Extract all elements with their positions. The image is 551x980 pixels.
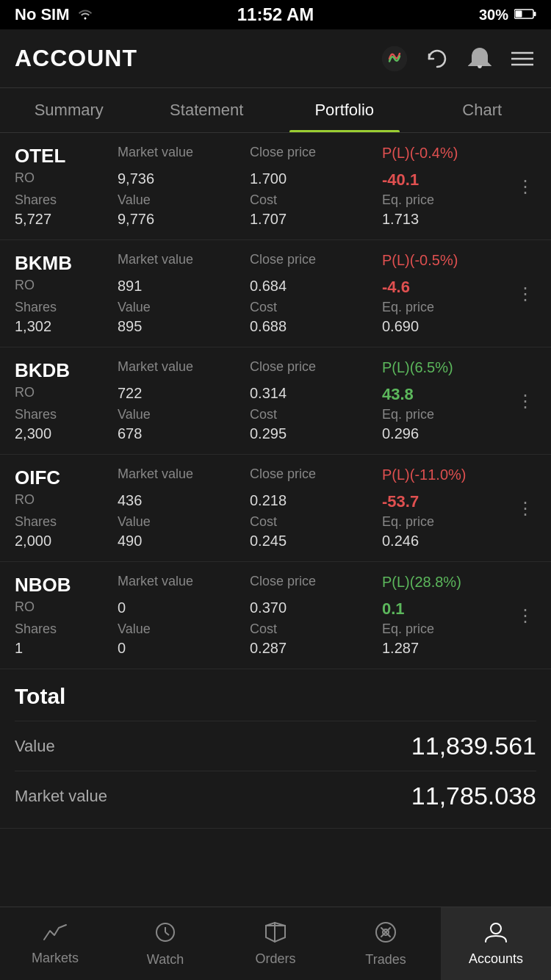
tab-summary[interactable]: Summary <box>0 88 138 132</box>
stock-row-bkmb: BKMB Market value Close price P(L)(-0.5%… <box>0 240 551 347</box>
stock-exchange: RO <box>15 492 118 511</box>
val-value: 678 <box>118 425 250 442</box>
tab-statement[interactable]: Statement <box>138 88 276 132</box>
nav-orders[interactable]: Orders <box>220 907 331 980</box>
stock-exchange: RO <box>15 599 118 619</box>
more-button[interactable]: ⋮ <box>514 359 536 442</box>
val-label: Value <box>118 192 250 208</box>
nav-orders-label: Orders <box>255 951 295 967</box>
mv-value: 0 <box>118 599 250 619</box>
cost-label: Cost <box>250 514 382 530</box>
cp-value: 0.370 <box>250 599 382 619</box>
shares-label: Shares <box>15 407 118 422</box>
eq-value: 0.296 <box>382 425 514 442</box>
shares-label: Shares <box>15 621 118 637</box>
cost-value: 0.287 <box>250 640 382 657</box>
nav-watch-label: Watch <box>147 952 184 968</box>
eq-label: Eq. price <box>382 407 514 422</box>
eq-label: Eq. price <box>382 300 514 315</box>
stock-row-nbob: NBOB Market value Close price P(L)(28.8%… <box>0 562 551 669</box>
mv-value: 891 <box>118 278 250 297</box>
header-actions <box>381 45 536 73</box>
shares-value: 2,300 <box>15 425 118 442</box>
more-button[interactable]: ⋮ <box>514 145 536 228</box>
cost-label: Cost <box>250 621 382 637</box>
eq-label: Eq. price <box>382 192 514 208</box>
menu-icon[interactable] <box>508 45 536 73</box>
pl-val: 0.1 <box>382 599 514 619</box>
total-value-label: Value <box>15 737 55 756</box>
pl-pct: P(L)(-0.4%) <box>382 145 514 167</box>
page-title: ACCOUNT <box>15 45 137 72</box>
nav-accounts-label: Accounts <box>469 951 523 967</box>
eq-value: 1.287 <box>382 640 514 657</box>
cp-label: Close price <box>250 252 382 275</box>
tab-chart[interactable]: Chart <box>414 88 552 132</box>
stock-name: NBOB <box>15 574 118 597</box>
cp-label: Close price <box>250 466 382 489</box>
mv-label: Market value <box>118 574 250 597</box>
cp-value: 0.314 <box>250 385 382 404</box>
cost-value: 0.245 <box>250 533 382 550</box>
val-label: Value <box>118 300 250 315</box>
nav-trades[interactable]: Trades <box>331 907 441 980</box>
brand-logo[interactable] <box>381 45 408 73</box>
pl-pct: P(L)(28.8%) <box>382 574 514 597</box>
stock-exchange: RO <box>15 170 118 190</box>
battery-text: 30% <box>479 7 508 24</box>
mv-value: 9,736 <box>118 170 250 190</box>
shares-label: Shares <box>15 514 118 530</box>
mv-value: 436 <box>118 492 250 511</box>
cp-label: Close price <box>250 574 382 597</box>
battery-icon <box>514 7 536 24</box>
wifi-icon <box>77 5 93 24</box>
more-button[interactable]: ⋮ <box>514 574 536 657</box>
notifications-icon[interactable] <box>466 45 494 73</box>
total-title: Total <box>15 684 536 709</box>
svg-line-9 <box>165 932 169 935</box>
stock-exchange: RO <box>15 385 118 404</box>
val-value: 490 <box>118 533 250 550</box>
val-label: Value <box>118 621 250 637</box>
cost-label: Cost <box>250 192 382 208</box>
nav-accounts[interactable]: Accounts <box>441 907 551 980</box>
trades-icon <box>374 920 397 948</box>
mv-value: 722 <box>118 385 250 404</box>
shares-value: 2,000 <box>15 533 118 550</box>
markets-icon <box>43 922 68 946</box>
pl-pct: P(L)(-0.5%) <box>382 252 514 275</box>
cost-value: 1.707 <box>250 211 382 228</box>
cp-value: 0.218 <box>250 492 382 511</box>
bottom-nav: Markets Watch Orders <box>0 907 551 980</box>
status-bar: No SIM 11:52 AM 30% <box>0 0 551 29</box>
pl-val: -40.1 <box>382 170 514 190</box>
total-mv-row: Market value 11,785.038 <box>15 771 536 821</box>
accounts-icon <box>484 921 508 947</box>
carrier-text: No SIM <box>15 5 70 24</box>
total-section: Total Value 11,839.561 Market value 11,7… <box>0 669 551 829</box>
stock-name: OIFC <box>15 466 118 489</box>
mv-label: Market value <box>118 466 250 489</box>
cost-value: 0.295 <box>250 425 382 442</box>
nav-watch[interactable]: Watch <box>110 907 220 980</box>
eq-label: Eq. price <box>382 514 514 530</box>
watch-icon <box>154 920 177 948</box>
pl-pct: P(L)(-11.0%) <box>382 466 514 489</box>
nav-markets[interactable]: Markets <box>0 907 110 980</box>
eq-value: 1.713 <box>382 211 514 228</box>
cp-value: 1.700 <box>250 170 382 190</box>
refresh-icon[interactable] <box>423 45 451 73</box>
cost-value: 0.688 <box>250 318 382 335</box>
stock-row-bkdb: BKDB Market value Close price P(L)(6.5%)… <box>0 347 551 455</box>
pl-val: 43.8 <box>382 385 514 404</box>
tabs-bar: Summary Statement Portfolio Chart <box>0 88 551 133</box>
stock-exchange: RO <box>15 278 118 297</box>
tab-portfolio[interactable]: Portfolio <box>276 88 414 132</box>
cp-label: Close price <box>250 359 382 382</box>
more-button[interactable]: ⋮ <box>514 466 536 550</box>
svg-rect-2 <box>516 10 522 17</box>
more-button[interactable]: ⋮ <box>514 252 536 335</box>
shares-value: 5,727 <box>15 211 118 228</box>
mv-label: Market value <box>118 359 250 382</box>
cp-value: 0.684 <box>250 278 382 297</box>
